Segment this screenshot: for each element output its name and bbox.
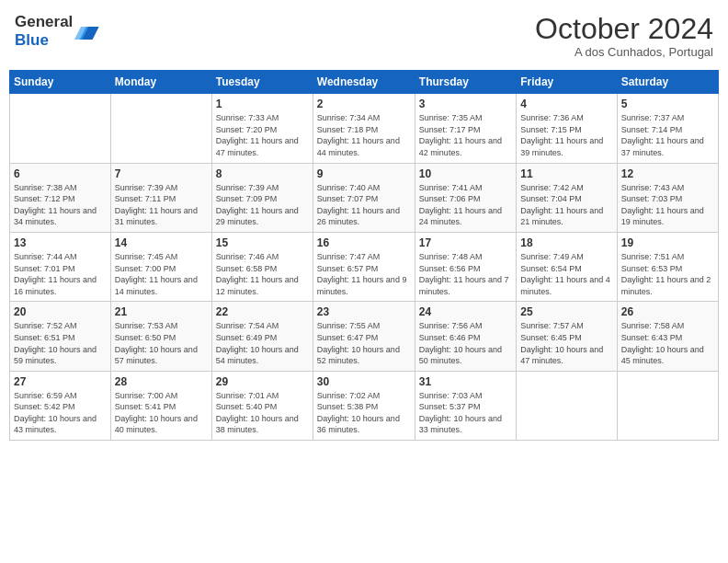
calendar-cell: 30Sunrise: 7:02 AM Sunset: 5:38 PM Dayli…	[313, 371, 415, 440]
day-info: Sunrise: 7:49 AM Sunset: 6:54 PM Dayligh…	[520, 251, 612, 297]
day-number: 11	[520, 167, 612, 180]
calendar-cell: 14Sunrise: 7:45 AM Sunset: 7:00 PM Dayli…	[110, 232, 211, 301]
day-number: 24	[419, 305, 512, 318]
calendar-cell: 31Sunrise: 7:03 AM Sunset: 5:37 PM Dayli…	[415, 371, 516, 440]
day-number: 19	[621, 236, 714, 249]
day-number: 13	[14, 236, 107, 249]
day-info: Sunrise: 7:43 AM Sunset: 7:03 PM Dayligh…	[621, 182, 714, 228]
day-number: 21	[115, 305, 208, 318]
logo-blue-text: Blue	[15, 31, 73, 50]
day-number: 27	[14, 375, 107, 388]
calendar-cell	[110, 94, 211, 163]
day-info: Sunrise: 7:33 AM Sunset: 7:20 PM Dayligh…	[216, 112, 309, 158]
day-number: 2	[317, 98, 411, 110]
day-info: Sunrise: 7:40 AM Sunset: 7:07 PM Dayligh…	[317, 182, 411, 228]
day-info: Sunrise: 7:56 AM Sunset: 6:46 PM Dayligh…	[419, 320, 512, 366]
calendar-cell: 1Sunrise: 7:33 AM Sunset: 7:20 PM Daylig…	[211, 94, 313, 163]
calendar-cell: 19Sunrise: 7:51 AM Sunset: 6:53 PM Dayli…	[617, 232, 718, 301]
calendar-week-row: 20Sunrise: 7:52 AM Sunset: 6:51 PM Dayli…	[10, 302, 719, 371]
day-info: Sunrise: 7:39 AM Sunset: 7:09 PM Dayligh…	[216, 182, 309, 228]
day-info: Sunrise: 7:46 AM Sunset: 6:58 PM Dayligh…	[216, 251, 309, 297]
calendar-cell: 11Sunrise: 7:42 AM Sunset: 7:04 PM Dayli…	[517, 163, 617, 232]
day-info: Sunrise: 7:39 AM Sunset: 7:11 PM Dayligh…	[115, 182, 208, 228]
calendar-week-row: 13Sunrise: 7:44 AM Sunset: 7:01 PM Dayli…	[10, 232, 719, 301]
calendar-cell: 8Sunrise: 7:39 AM Sunset: 7:09 PM Daylig…	[211, 163, 313, 232]
calendar-week-row: 6Sunrise: 7:38 AM Sunset: 7:12 PM Daylig…	[10, 163, 719, 232]
calendar-cell: 25Sunrise: 7:57 AM Sunset: 6:45 PM Dayli…	[517, 302, 617, 371]
calendar-cell: 9Sunrise: 7:40 AM Sunset: 7:07 PM Daylig…	[313, 163, 415, 232]
calendar-cell: 18Sunrise: 7:49 AM Sunset: 6:54 PM Dayli…	[517, 232, 617, 301]
day-number: 15	[216, 236, 309, 249]
day-number: 9	[317, 167, 411, 180]
day-number: 18	[520, 236, 612, 249]
calendar-cell: 3Sunrise: 7:35 AM Sunset: 7:17 PM Daylig…	[415, 94, 516, 163]
calendar-cell: 26Sunrise: 7:58 AM Sunset: 6:43 PM Dayli…	[617, 302, 718, 371]
calendar-week-row: 1Sunrise: 7:33 AM Sunset: 7:20 PM Daylig…	[10, 94, 719, 163]
day-number: 3	[419, 98, 512, 110]
day-number: 29	[216, 375, 309, 388]
calendar-week-row: 27Sunrise: 6:59 AM Sunset: 5:42 PM Dayli…	[10, 371, 719, 440]
calendar-header-row: SundayMondayTuesdayWednesdayThursdayFrid…	[10, 71, 719, 94]
month-title: October 2024	[535, 13, 713, 45]
day-info: Sunrise: 7:44 AM Sunset: 7:01 PM Dayligh…	[14, 251, 107, 297]
calendar-cell: 27Sunrise: 6:59 AM Sunset: 5:42 PM Dayli…	[10, 371, 111, 440]
day-number: 5	[621, 98, 714, 110]
calendar-cell: 12Sunrise: 7:43 AM Sunset: 7:03 PM Dayli…	[617, 163, 718, 232]
calendar-cell	[10, 94, 111, 163]
col-header-friday: Friday	[517, 71, 617, 94]
calendar-cell: 23Sunrise: 7:55 AM Sunset: 6:47 PM Dayli…	[313, 302, 415, 371]
day-number: 25	[520, 305, 612, 318]
logo: General Blue	[15, 13, 100, 49]
col-header-sunday: Sunday	[10, 71, 111, 94]
day-info: Sunrise: 7:35 AM Sunset: 7:17 PM Dayligh…	[419, 112, 512, 158]
calendar-cell: 2Sunrise: 7:34 AM Sunset: 7:18 PM Daylig…	[313, 94, 415, 163]
calendar-cell: 24Sunrise: 7:56 AM Sunset: 6:46 PM Dayli…	[415, 302, 516, 371]
calendar-table: SundayMondayTuesdayWednesdayThursdayFrid…	[9, 70, 719, 441]
day-info: Sunrise: 7:37 AM Sunset: 7:14 PM Dayligh…	[621, 112, 714, 158]
day-info: Sunrise: 7:03 AM Sunset: 5:37 PM Dayligh…	[419, 390, 512, 436]
day-info: Sunrise: 7:00 AM Sunset: 5:41 PM Dayligh…	[115, 390, 208, 436]
day-number: 12	[621, 167, 714, 180]
day-number: 16	[317, 236, 411, 249]
day-info: Sunrise: 7:34 AM Sunset: 7:18 PM Dayligh…	[317, 112, 411, 158]
calendar-cell: 7Sunrise: 7:39 AM Sunset: 7:11 PM Daylig…	[110, 163, 211, 232]
day-number: 28	[115, 375, 208, 388]
day-info: Sunrise: 7:53 AM Sunset: 6:50 PM Dayligh…	[115, 320, 208, 366]
day-number: 22	[216, 305, 309, 318]
logo-icon	[74, 18, 100, 44]
calendar-cell: 16Sunrise: 7:47 AM Sunset: 6:57 PM Dayli…	[313, 232, 415, 301]
calendar-cell: 13Sunrise: 7:44 AM Sunset: 7:01 PM Dayli…	[10, 232, 111, 301]
calendar-cell: 20Sunrise: 7:52 AM Sunset: 6:51 PM Dayli…	[10, 302, 111, 371]
day-info: Sunrise: 7:48 AM Sunset: 6:56 PM Dayligh…	[419, 251, 512, 297]
location: A dos Cunhados, Portugal	[535, 45, 713, 59]
col-header-thursday: Thursday	[415, 71, 516, 94]
day-info: Sunrise: 7:01 AM Sunset: 5:40 PM Dayligh…	[216, 390, 309, 436]
day-number: 8	[216, 167, 309, 180]
day-number: 23	[317, 305, 411, 318]
calendar-cell: 22Sunrise: 7:54 AM Sunset: 6:49 PM Dayli…	[211, 302, 313, 371]
col-header-tuesday: Tuesday	[211, 71, 313, 94]
day-info: Sunrise: 7:54 AM Sunset: 6:49 PM Dayligh…	[216, 320, 309, 366]
day-number: 30	[317, 375, 411, 388]
day-number: 26	[621, 305, 714, 318]
col-header-monday: Monday	[110, 71, 211, 94]
day-number: 17	[419, 236, 512, 249]
title-block: October 2024 A dos Cunhados, Portugal	[535, 13, 713, 59]
calendar-cell: 29Sunrise: 7:01 AM Sunset: 5:40 PM Dayli…	[211, 371, 313, 440]
day-number: 31	[419, 375, 512, 388]
col-header-wednesday: Wednesday	[313, 71, 415, 94]
header: General Blue October 2024 A dos Cunhados…	[9, 9, 719, 63]
calendar-cell: 17Sunrise: 7:48 AM Sunset: 6:56 PM Dayli…	[415, 232, 516, 301]
day-number: 20	[14, 305, 107, 318]
day-info: Sunrise: 7:51 AM Sunset: 6:53 PM Dayligh…	[621, 251, 714, 297]
day-info: Sunrise: 7:02 AM Sunset: 5:38 PM Dayligh…	[317, 390, 411, 436]
day-info: Sunrise: 7:55 AM Sunset: 6:47 PM Dayligh…	[317, 320, 411, 366]
calendar-cell: 4Sunrise: 7:36 AM Sunset: 7:15 PM Daylig…	[517, 94, 617, 163]
day-number: 6	[14, 167, 107, 180]
calendar-cell: 6Sunrise: 7:38 AM Sunset: 7:12 PM Daylig…	[10, 163, 111, 232]
day-info: Sunrise: 7:57 AM Sunset: 6:45 PM Dayligh…	[520, 320, 612, 366]
day-number: 4	[520, 98, 612, 110]
calendar-cell: 28Sunrise: 7:00 AM Sunset: 5:41 PM Dayli…	[110, 371, 211, 440]
day-info: Sunrise: 7:58 AM Sunset: 6:43 PM Dayligh…	[621, 320, 714, 366]
col-header-saturday: Saturday	[617, 71, 718, 94]
